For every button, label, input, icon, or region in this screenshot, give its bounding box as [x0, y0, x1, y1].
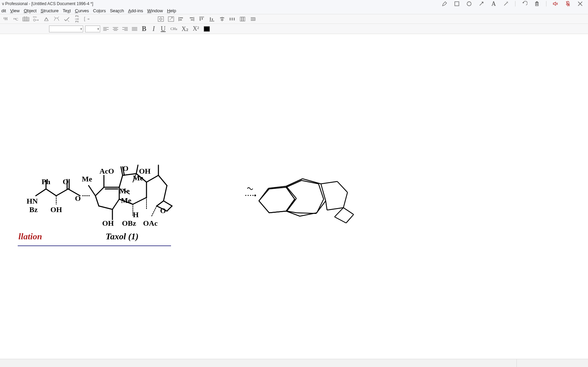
svg-rect-32 — [221, 19, 223, 20]
label-oh-sc: OH — [50, 206, 62, 213]
separator — [515, 1, 515, 6]
check-struct-button[interactable] — [63, 15, 71, 23]
label-aco: AcO — [99, 167, 114, 175]
menu-addins[interactable]: Add-ins — [128, 8, 143, 13]
svg-rect-25 — [200, 18, 201, 21]
pen-icon[interactable] — [442, 1, 448, 7]
font-select[interactable]: ▾ — [49, 26, 83, 32]
mute-icon[interactable] — [553, 1, 559, 7]
menu-curves[interactable]: Curves — [75, 8, 89, 13]
menu-window[interactable]: Window — [147, 8, 163, 13]
formula-button[interactable]: CH₂ — [169, 25, 179, 33]
statusbar — [0, 359, 588, 367]
svg-point-1 — [467, 2, 471, 6]
superscript-button[interactable]: X² — [191, 25, 200, 33]
settings-button[interactable] — [157, 15, 165, 23]
svg-point-16 — [160, 18, 162, 20]
struct-button[interactable] — [52, 15, 61, 23]
svg-point-47 — [255, 195, 256, 196]
rxn-button[interactable]: RXN — [32, 15, 40, 23]
align-top-button[interactable] — [198, 15, 206, 23]
align-bottom-button[interactable] — [208, 15, 216, 23]
label-o-top: O — [123, 165, 128, 172]
drawn-fragment[interactable] — [245, 187, 262, 200]
menu-colors[interactable]: Colors — [93, 8, 106, 13]
arrow-icon[interactable] — [478, 1, 484, 7]
cleanup-button[interactable] — [42, 15, 50, 23]
separator — [546, 1, 546, 6]
bold-button[interactable]: B — [140, 25, 148, 33]
circle-icon[interactable] — [466, 1, 472, 7]
color-swatch[interactable] — [204, 26, 210, 32]
toolbar-chemistry: ¹H ¹³C A→B RXN PhPh — [0, 14, 588, 24]
size-select[interactable]: ▾ — [85, 26, 100, 32]
align-left-button[interactable] — [177, 15, 185, 23]
subscript-button[interactable]: X₂ — [181, 25, 189, 33]
svg-text:A→B: A→B — [24, 16, 27, 18]
svg-rect-26 — [202, 18, 203, 20]
svg-rect-17 — [168, 17, 174, 21]
svg-rect-19 — [180, 17, 183, 18]
align-center-text[interactable] — [112, 25, 119, 33]
periodic-button[interactable]: A→B — [22, 15, 30, 23]
align-right-button[interactable] — [187, 15, 196, 23]
svg-point-14 — [33, 19, 35, 21]
label-taxol-title: Taxol (1) — [106, 232, 139, 242]
menu-search[interactable]: Search — [110, 8, 124, 13]
popup-button[interactable] — [167, 15, 175, 23]
svg-rect-20 — [180, 19, 182, 20]
align-justify-text[interactable] — [131, 25, 138, 33]
wand-icon[interactable] — [503, 1, 509, 7]
svg-rect-36 — [240, 17, 242, 21]
label-o-dots: O — [75, 195, 81, 202]
undo-icon[interactable] — [522, 1, 528, 7]
menu-help[interactable]: Help — [167, 8, 176, 13]
distribute-h-button[interactable] — [228, 15, 236, 23]
window-title: v Professional - [Untitled ACS Document … — [2, 1, 93, 6]
label-me3: Me — [119, 187, 130, 195]
close-icon[interactable] — [577, 1, 583, 7]
svg-point-2 — [507, 2, 508, 2]
square-icon[interactable] — [454, 1, 460, 7]
drawn-structure[interactable] — [245, 169, 361, 230]
list-button[interactable] — [249, 15, 257, 23]
svg-rect-29 — [212, 18, 213, 20]
label-hn: HN — [27, 197, 38, 205]
mic-off-icon[interactable] — [565, 1, 571, 7]
text-a-icon[interactable]: A — [491, 1, 497, 7]
align-right-text[interactable] — [121, 25, 129, 33]
svg-point-4 — [508, 3, 508, 3]
label-me2: Me — [133, 174, 143, 182]
menu-text[interactable]: Text — [63, 8, 71, 13]
nmr-1h-button[interactable]: ¹H — [1, 15, 10, 23]
menu-object[interactable]: Object — [24, 8, 37, 13]
label-me1: Me — [82, 175, 92, 183]
trash-icon[interactable] — [534, 1, 540, 7]
label-ph: Ph — [42, 178, 50, 186]
menu-view[interactable]: View — [10, 8, 20, 13]
svg-rect-34 — [232, 18, 233, 20]
svg-rect-23 — [191, 19, 193, 20]
toolbar-text: ▾ ▾ B I U CH₂ X₂ X² — [0, 24, 588, 34]
menubar: dit View Object Structure Text Curves Co… — [0, 7, 588, 14]
status-right-panel — [516, 359, 588, 367]
align-center-v-button[interactable] — [218, 15, 226, 23]
columns-button[interactable] — [238, 15, 247, 23]
menu-structure[interactable]: Structure — [41, 8, 59, 13]
svg-point-3 — [506, 1, 507, 2]
italic-button[interactable]: I — [150, 25, 157, 33]
canvas[interactable]: Ph O HN Bz OH O Me AcO O OH Me Me Me H O… — [0, 34, 588, 359]
underline-rule — [18, 245, 171, 246]
label-h: H — [133, 211, 139, 219]
label-oh-bot: OH — [102, 220, 114, 227]
svg-rect-38 — [244, 17, 245, 21]
align-left-text[interactable] — [102, 25, 110, 33]
label-bz: Bz — [29, 206, 37, 213]
titlebar-controls: A — [442, 1, 586, 7]
ph-button[interactable]: PhPh — [73, 15, 81, 23]
menu-edit[interactable]: dit — [1, 8, 6, 13]
svg-rect-33 — [230, 18, 231, 20]
underline-button[interactable]: U — [159, 25, 167, 33]
nmr-13c-button[interactable]: ¹³C — [12, 15, 20, 23]
bracket-button[interactable] — [83, 15, 91, 23]
